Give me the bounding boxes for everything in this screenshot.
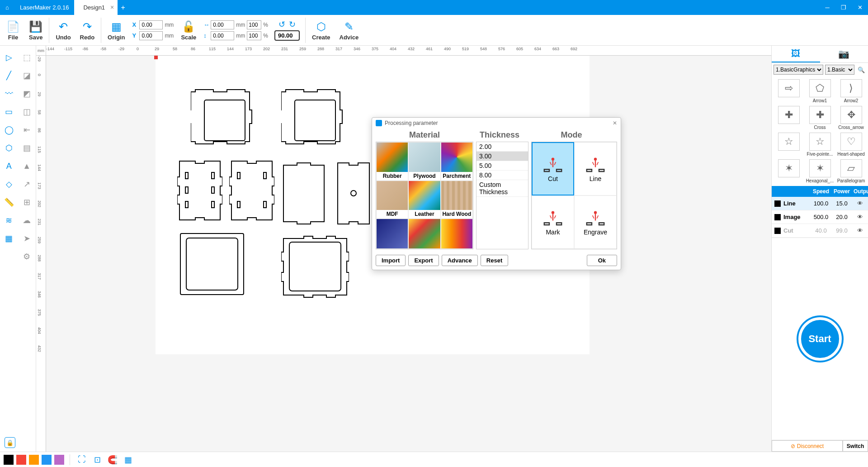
dialog-close-button[interactable]: ✕ [613, 120, 617, 126]
color-swatch[interactable] [16, 455, 26, 465]
thickness-item[interactable]: 8.00 [476, 171, 528, 180]
select-tool[interactable]: ▷ [0, 48, 18, 67]
disconnect-button[interactable]: ⊘Disconnect [772, 440, 843, 452]
maximize-button[interactable]: ❐ [835, 0, 852, 15]
file-button[interactable]: 📄File [2, 18, 24, 43]
shape-heart[interactable]: ♡Heart-shaped [836, 132, 866, 157]
switch-button[interactable]: Switch [843, 440, 868, 452]
polygon-tool[interactable]: ⬡ [0, 139, 18, 157]
send-icon[interactable]: ➤ [18, 229, 36, 248]
height-input[interactable] [211, 31, 234, 40]
shape-cross[interactable]: ✚Cross [805, 105, 835, 131]
design-part-7[interactable] [178, 231, 246, 297]
search-icon[interactable]: 🔍 [856, 65, 866, 75]
camera-tab[interactable]: 📷 [820, 46, 868, 62]
redo-button[interactable]: ↷Redo [75, 18, 99, 43]
grid-icon[interactable]: ▦ [122, 453, 134, 466]
shape-star[interactable]: ☆ [774, 132, 804, 157]
visibility-icon[interactable]: 👁 [852, 227, 868, 234]
shape-arrow-right[interactable]: ⇨ [774, 78, 804, 104]
material-cell[interactable] [376, 219, 408, 249]
shape-hexagonal[interactable]: ✶Hexagonal_... [805, 158, 835, 184]
material-cell[interactable] [408, 219, 440, 249]
layers-tool[interactable]: ≋ [0, 211, 18, 229]
x-input[interactable] [139, 20, 163, 29]
mode-cell-line[interactable]: Line [574, 142, 617, 195]
union-icon[interactable]: ◪ [18, 67, 36, 85]
export-button[interactable]: Export [408, 255, 439, 266]
material-cell[interactable]: Rubber [376, 142, 408, 181]
align-left-icon[interactable]: ⇤ [18, 121, 36, 139]
origin-button[interactable]: ▦Origin [103, 18, 129, 43]
shape-cross-arrow[interactable]: ✥Cross_arrow [836, 105, 866, 131]
ellipse-tool[interactable]: ◯ [0, 121, 18, 139]
line-tool[interactable]: ╱ [0, 67, 18, 85]
shape-burst[interactable]: ✶ [774, 158, 804, 184]
rotate-ccw-icon[interactable]: ↺ [278, 19, 285, 29]
thickness-item[interactable]: 5.00 [476, 161, 528, 171]
tab-close-icon[interactable]: × [110, 4, 114, 11]
mirror-icon[interactable]: ▲ [18, 157, 36, 175]
marquee-tool[interactable]: ⬚ [18, 48, 36, 67]
design-part-6[interactable] [335, 161, 372, 226]
design-part-2[interactable] [281, 87, 349, 155]
rotate-cw-icon[interactable]: ↻ [289, 19, 296, 29]
settings-icon[interactable]: ⚙ [18, 248, 36, 266]
subtract-icon[interactable]: ◩ [18, 85, 36, 103]
save-button[interactable]: 💾Save [24, 18, 47, 43]
shape-parallelogram[interactable]: ▱Parallelogram [836, 158, 866, 184]
material-cell[interactable]: Plywood [408, 142, 440, 181]
ruler-tool[interactable]: 📏 [0, 193, 18, 211]
color-swatch[interactable] [29, 455, 39, 465]
visibility-icon[interactable]: 👁 [852, 200, 868, 207]
y-input[interactable] [139, 31, 163, 40]
mode-cell-engrave[interactable]: Engrave [574, 195, 617, 249]
home-button[interactable]: ⌂ [0, 0, 14, 15]
mode-cell-mark[interactable]: Mark [532, 195, 574, 249]
shape-category-select[interactable]: 1.BasicGraphics [774, 65, 823, 75]
rect-tool[interactable]: ▭ [0, 103, 18, 121]
thickness-item[interactable]: 3.00 [476, 152, 528, 161]
advance-button[interactable]: Advance [442, 255, 478, 266]
color-swatch[interactable] [54, 455, 64, 465]
design-part-1[interactable] [191, 87, 259, 155]
color-swatch[interactable] [42, 455, 52, 465]
shape-subcategory-select[interactable]: 1.Basic [825, 65, 854, 75]
shape-five-pointed[interactable]: ☆Five-pointe... [805, 132, 835, 157]
magnet-icon[interactable]: 🧲 [106, 453, 119, 466]
color-swatch[interactable] [4, 455, 14, 465]
ok-button[interactable]: Ok [587, 255, 617, 266]
undo-button[interactable]: ↶Undo [51, 18, 75, 43]
tab-add-button[interactable]: + [118, 0, 128, 15]
eraser-tool[interactable]: ◇ [0, 175, 18, 193]
table-tool[interactable]: ▦ [0, 229, 18, 248]
design-part-8[interactable] [281, 234, 349, 300]
import-button[interactable]: Import [376, 255, 406, 266]
lock-canvas-button[interactable]: 🔒 [5, 437, 15, 448]
focus-icon[interactable]: ⊡ [91, 453, 104, 466]
layer-row[interactable]: Cut 40.0 99.0 👁 [772, 224, 868, 238]
thickness-item[interactable]: Custom Thickness [476, 180, 528, 197]
array-icon[interactable]: ⊞ [18, 193, 36, 211]
layer-row[interactable]: Image 500.0 20.0 👁 [772, 210, 868, 224]
advice-button[interactable]: ✎Advice [335, 18, 363, 43]
close-button[interactable]: ✕ [852, 0, 868, 15]
reset-button[interactable]: Reset [481, 255, 508, 266]
cloud-icon[interactable]: ☁ [18, 211, 36, 229]
minimize-button[interactable]: ─ [819, 0, 835, 15]
layer-row[interactable]: Line 100.0 15.0 👁 [772, 197, 868, 210]
mode-cell-cut[interactable]: Cut [532, 142, 574, 195]
shape-plus[interactable]: ✚ [774, 105, 804, 131]
material-cell[interactable]: MDF [376, 181, 408, 219]
intersect-icon[interactable]: ◫ [18, 103, 36, 121]
material-cell[interactable] [441, 219, 473, 249]
distribute-icon[interactable]: ▤ [18, 139, 36, 157]
design-part-3[interactable] [177, 159, 222, 222]
create-button[interactable]: ⬡Create [307, 18, 335, 43]
shape-arrow1[interactable]: ⬠Arrow1 [805, 78, 835, 104]
design-part-5[interactable] [281, 161, 326, 226]
design-part-4[interactable] [229, 159, 274, 222]
material-cell[interactable]: Parchment [441, 142, 473, 181]
text-tool[interactable]: A [0, 157, 18, 175]
start-button[interactable]: Start [798, 317, 842, 361]
